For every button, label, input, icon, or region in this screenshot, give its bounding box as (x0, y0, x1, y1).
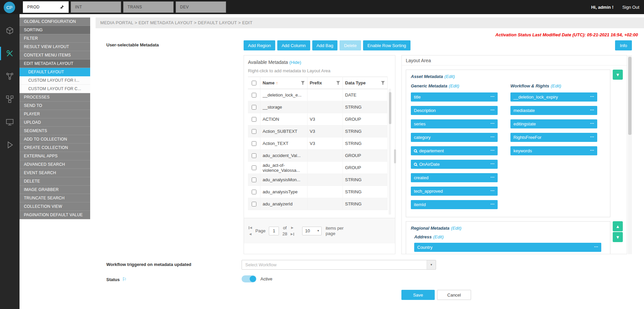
field-menu-icon[interactable]: … (490, 147, 495, 152)
row-checkbox[interactable] (252, 117, 256, 122)
field-menu-icon[interactable]: … (490, 120, 495, 125)
workflow-rights-edit-link[interactable]: (Edit) (551, 83, 561, 88)
table-row[interactable]: adu_analyzerId STRING (248, 198, 387, 210)
metadata-field[interactable]: title … (411, 92, 498, 102)
delete-button[interactable]: Delete (339, 40, 361, 50)
sidebar-item-truncate-search[interactable]: TRUNCATE SEARCH (20, 194, 90, 202)
row-checkbox[interactable] (252, 178, 256, 182)
layout-area-scrollbar[interactable] (628, 55, 632, 254)
regional-metadata-edit-link[interactable]: (Edit) (451, 226, 461, 231)
sidebar-item-player[interactable]: PLAYER (20, 110, 90, 118)
sidebar-item-segments[interactable]: SEGMENTS (20, 127, 90, 135)
generic-metadata-edit-link[interactable]: (Edit) (449, 83, 459, 88)
row-checkbox[interactable] (252, 153, 256, 158)
table-row[interactable]: ACTION V3 GROUP (248, 113, 387, 125)
sidebar-item-delete[interactable]: DELETE (20, 177, 90, 186)
cancel-button[interactable]: Cancel (437, 290, 471, 300)
table-row[interactable]: Action_SUBTEXT V3 STRING (248, 125, 387, 138)
table-row[interactable]: adu_analysisMon... STRING (248, 174, 387, 186)
first-page-button[interactable]: ◀ (249, 225, 252, 231)
metadata-field[interactable]: editingstate … (510, 119, 597, 128)
table-row[interactable]: adu_act-of-violence_Valossa... GROUP (248, 162, 387, 174)
metadata-field[interactable]: tech_approved … (411, 187, 498, 196)
info-button[interactable]: Info (615, 40, 632, 50)
next-page-button[interactable]: ▶ (291, 225, 293, 231)
field-menu-icon[interactable]: … (590, 93, 595, 98)
sidebar-item-create-collection[interactable]: CREATE COLLECTION (20, 144, 90, 152)
sidebar-item-event-search[interactable]: EVENT SEARCH (20, 169, 90, 177)
metadata-field[interactable]: OnAirDate … (411, 160, 498, 169)
last-page-button[interactable]: ▶ (291, 231, 294, 237)
metadata-field[interactable]: mediastate … (510, 106, 597, 115)
sidebar-item-custom-layout-for-c[interactable]: CUSTOM LAYOUT FOR C... (20, 85, 90, 93)
field-menu-icon[interactable]: … (590, 106, 595, 111)
address-edit-link[interactable]: (Edit) (433, 234, 443, 239)
panel-splitter-handle[interactable] (394, 149, 396, 163)
data-type-filter-icon[interactable] (381, 81, 385, 85)
add-bag-button[interactable]: Add Bag (312, 40, 338, 50)
sidebar-item-default-layout[interactable]: DEFAULT LAYOUT (20, 68, 90, 76)
metadata-field[interactable]: RightsFreeFor … (510, 133, 597, 142)
sidebar-item-send-to[interactable]: SEND TO (20, 102, 90, 110)
packages-icon[interactable] (0, 23, 20, 38)
sidebar-item-upload[interactable]: UPLOAD (20, 118, 90, 127)
select-all-checkbox[interactable] (252, 81, 256, 85)
launch-icon[interactable] (0, 137, 20, 153)
status-toggle-knob[interactable] (250, 276, 256, 282)
tab-int[interactable]: INT (71, 1, 121, 13)
field-menu-icon[interactable]: … (490, 200, 495, 205)
metadata-field[interactable]: departement … (411, 146, 498, 155)
tab-dev[interactable]: DEV (176, 1, 226, 13)
sidebar-item-global-configuration[interactable]: GLOBAL CONFIGURATION (20, 17, 90, 26)
sidebar-item-image-grabber[interactable]: IMAGE GRABBER (20, 186, 90, 194)
layout-area-scrollbar-thumb[interactable] (628, 57, 632, 135)
table-row[interactable]: __deletion_lock_e... DATE (248, 89, 387, 101)
table-row[interactable]: adu_accident_Val... GROUP (248, 150, 387, 162)
sidebar-item-external-apps[interactable]: EXTERNAL APPS (20, 152, 90, 160)
field-menu-icon[interactable]: … (594, 243, 599, 248)
sidebar-item-collection-view[interactable]: COLLECTION VIEW (20, 202, 90, 211)
topology-icon[interactable] (0, 91, 20, 107)
field-menu-icon[interactable]: … (490, 187, 495, 192)
field-menu-icon[interactable]: … (590, 120, 595, 125)
sidebar-item-edit-metadata-layout[interactable]: EDIT METADATA LAYOUT (20, 60, 90, 68)
metadata-field[interactable]: __deletion_lock_expiry … (510, 92, 597, 102)
metadata-field[interactable]: itemId … (411, 200, 498, 209)
tab-trans[interactable]: TRANS (123, 1, 174, 13)
sidebar-item-advanced-search[interactable]: ADVANCED SEARCH (20, 160, 90, 169)
table-scrollbar-thumb[interactable] (389, 92, 391, 124)
table-row[interactable]: __storage STRING (248, 101, 387, 113)
sidebar-item-context-menu-items[interactable]: CONTEXT MENU ITEMS (20, 51, 90, 60)
sign-out-link[interactable]: Sign Out (622, 5, 639, 10)
metadata-field[interactable]: Country … (414, 243, 601, 252)
hide-link[interactable]: (Hide) (289, 60, 301, 65)
add-region-button[interactable]: Add Region (244, 40, 275, 50)
move-section-down-button[interactable]: ▼ (613, 70, 623, 80)
sidebar-item-pagination-default-value[interactable]: PAGINATION DEFAULT VALUE (20, 211, 90, 219)
page-number-input[interactable] (269, 227, 279, 235)
metadata-field[interactable]: category … (411, 133, 498, 142)
field-menu-icon[interactable]: … (590, 133, 595, 138)
save-button[interactable]: Save (401, 290, 435, 300)
enable-row-sorting-button[interactable]: Enable Row Sorting (363, 40, 410, 50)
metadata-field[interactable]: series … (411, 119, 498, 128)
sidebar-item-add-to-collection[interactable]: ADD TO COLLECTION (20, 135, 90, 144)
row-checkbox[interactable] (252, 105, 256, 110)
prev-page-button[interactable]: ◀ (249, 231, 252, 237)
field-menu-icon[interactable]: … (490, 106, 495, 111)
row-checkbox[interactable] (252, 165, 256, 170)
move-section-up-button[interactable]: ▲ (613, 221, 623, 231)
workflow-select[interactable]: Select Workflow ▼ (242, 260, 436, 270)
column-header-prefix[interactable]: Prefix (307, 77, 343, 89)
field-menu-icon[interactable]: … (490, 93, 495, 98)
app-logo[interactable]: CP (4, 2, 15, 13)
prefix-filter-icon[interactable] (336, 81, 340, 85)
move-section-down-button[interactable]: ▼ (613, 232, 623, 242)
dropdown-arrow-icon[interactable]: ▼ (427, 260, 436, 269)
sidebar-item-filter[interactable]: FILTER (20, 34, 90, 43)
metadata-field[interactable]: Description … (411, 106, 498, 115)
column-header-data-type[interactable]: Data Type (343, 77, 387, 89)
monitor-icon[interactable] (0, 114, 20, 130)
sidebar-item-custom-layout-for-i[interactable]: CUSTOM LAYOUT FOR I... (20, 76, 90, 85)
row-checkbox[interactable] (252, 141, 256, 146)
